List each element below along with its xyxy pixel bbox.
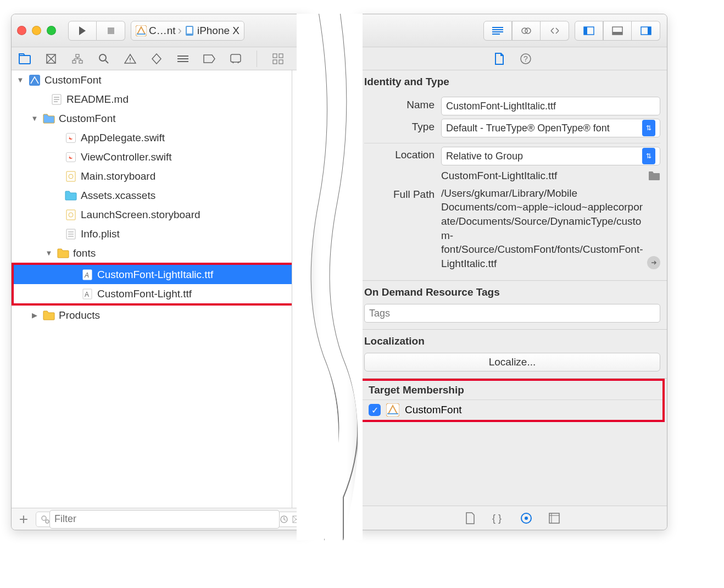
right-titlebar <box>358 14 667 47</box>
tree-appdelegate[interactable]: AppDelegate.swift <box>12 128 310 147</box>
filter-icon <box>41 515 49 524</box>
window-minimize-button[interactable] <box>32 26 41 35</box>
tree-launchscreen[interactable]: LaunchScreen.storyboard <box>12 205 310 224</box>
breakpoint-navigator-tab[interactable] <box>202 51 217 66</box>
toggle-inspector-button[interactable] <box>632 21 660 41</box>
view-toggle-segment <box>575 21 660 41</box>
issue-navigator-tab[interactable] <box>122 51 138 66</box>
assistant-editor-button[interactable] <box>512 21 541 41</box>
tree-group-customfont[interactable]: ▼ CustomFont <box>12 109 310 128</box>
quick-help-tab[interactable]: ? <box>518 51 533 66</box>
scm-filter-icon[interactable] <box>292 515 300 524</box>
recent-icon[interactable] <box>280 515 288 524</box>
type-value: Default - TrueType® OpenType® font <box>446 123 610 134</box>
source-control-navigator-tab[interactable] <box>43 51 59 66</box>
storyboard-icon <box>64 170 77 183</box>
standard-editor-icon <box>492 26 504 35</box>
filter-field[interactable] <box>36 512 305 527</box>
fullpath-text: /Users/gkumar/Library/Mobile Documents/c… <box>441 186 660 271</box>
tree-readme[interactable]: README.md <box>12 90 310 109</box>
file-template-tab[interactable] <box>465 512 475 524</box>
tree-products[interactable]: ▶ Products <box>12 306 310 325</box>
tree-item-label: fonts <box>73 247 96 259</box>
type-select[interactable]: Default - TrueType® OpenType® font ⇅ <box>441 119 660 137</box>
left-titlebar: C…nt › iPhone X <box>12 14 310 47</box>
run-button[interactable] <box>68 21 97 41</box>
toggle-navigator-button[interactable] <box>575 21 603 41</box>
swift-icon <box>64 131 77 145</box>
folder-icon <box>42 309 55 322</box>
report-icon <box>230 54 241 64</box>
tree-assets[interactable]: Assets.xcassets <box>12 186 310 205</box>
tree-item-label: ViewController.swift <box>81 151 171 163</box>
svg-rect-19 <box>66 210 75 220</box>
library-button[interactable] <box>270 51 286 66</box>
report-navigator-tab[interactable] <box>228 51 243 66</box>
breadcrumb-project: C…nt <box>136 25 176 37</box>
disclosure-triangle-icon[interactable]: ▼ <box>30 114 39 123</box>
breakpoint-icon <box>203 54 215 63</box>
target-checkbox[interactable]: ✓ <box>369 404 381 416</box>
tree-font-light[interactable]: A CustomFont-Light.ttf <box>14 284 308 303</box>
target-name-label: CustomFont <box>405 404 461 416</box>
svg-rect-44 <box>549 513 559 523</box>
tree-main-storyboard[interactable]: Main.storyboard <box>12 167 310 186</box>
stop-button[interactable] <box>97 21 125 41</box>
storyboard-icon <box>64 208 77 221</box>
svg-text:?: ? <box>523 54 528 63</box>
folder-icon <box>42 112 55 125</box>
window-zoom-button[interactable] <box>47 26 56 35</box>
symbol-navigator-tab[interactable] <box>70 51 85 66</box>
scheme-selector[interactable]: C…nt › iPhone X <box>131 21 244 41</box>
odr-tags-input[interactable] <box>364 304 660 323</box>
debug-navigator-tab[interactable] <box>175 51 191 66</box>
media-icon <box>549 513 560 524</box>
tree-fonts-group[interactable]: ▼ fonts <box>12 243 310 263</box>
folder-icon <box>19 53 31 64</box>
file-inspector-tab[interactable] <box>492 51 507 66</box>
svg-text:{ }: { } <box>492 513 502 524</box>
tree-font-lightitalic[interactable]: A CustomFont-LightItalic.ttf <box>14 265 308 284</box>
location-value: Relative to Group <box>446 151 523 162</box>
file-tree[interactable]: ▼ CustomFont README.md ▼ CustomFont <box>12 70 310 508</box>
target-row[interactable]: ✓ CustomFont <box>362 400 662 420</box>
window-close-button[interactable] <box>17 26 26 35</box>
tree-item-label: README.md <box>66 93 129 106</box>
add-button[interactable]: + <box>16 511 31 528</box>
tree-viewcontroller[interactable]: ViewController.swift <box>12 147 310 167</box>
test-navigator-tab[interactable] <box>149 51 164 66</box>
stop-icon <box>107 27 115 35</box>
media-library-tab[interactable] <box>549 513 560 524</box>
tree-item-label: LaunchScreen.storyboard <box>81 209 201 221</box>
location-select[interactable]: Relative to Group ⇅ <box>441 147 660 165</box>
object-library-tab[interactable] <box>520 512 532 524</box>
braces-icon: { } <box>492 513 504 524</box>
toggle-debug-area-button[interactable] <box>603 21 632 41</box>
find-navigator-tab[interactable] <box>96 51 112 66</box>
tree-item-label: Main.storyboard <box>81 170 155 182</box>
filter-input[interactable] <box>49 510 280 529</box>
inspector-content: Identity and Type Name Type Default - Tr… <box>358 70 667 506</box>
code-snippet-tab[interactable]: { } <box>492 513 504 524</box>
localize-button[interactable]: Localize... <box>364 353 660 371</box>
svg-rect-14 <box>279 60 283 64</box>
target-membership-highlight: Target Membership ✓ CustomFont <box>360 379 665 422</box>
choose-folder-button[interactable] <box>648 171 660 181</box>
tree-infoplist[interactable]: Info.plist <box>12 224 310 243</box>
project-navigator-tab[interactable] <box>17 51 32 66</box>
name-input[interactable] <box>441 97 660 115</box>
hierarchy-icon <box>72 54 83 64</box>
source-control-icon <box>46 53 57 64</box>
disclosure-triangle-icon[interactable]: ▶ <box>30 311 39 319</box>
standard-editor-button[interactable] <box>483 21 512 41</box>
disclosure-triangle-icon[interactable]: ▼ <box>44 249 53 257</box>
navigator-tabs <box>12 47 310 70</box>
tree-project-root[interactable]: ▼ CustomFont <box>12 70 310 90</box>
xcode-left-window: C…nt › iPhone X <box>11 14 310 530</box>
search-icon <box>98 53 109 64</box>
file-icon <box>494 53 504 65</box>
chevron-up-down-icon: ⇅ <box>642 148 655 164</box>
version-editor-button[interactable] <box>541 21 569 41</box>
folder-icon <box>57 247 70 260</box>
disclosure-triangle-icon[interactable]: ▼ <box>16 76 25 84</box>
